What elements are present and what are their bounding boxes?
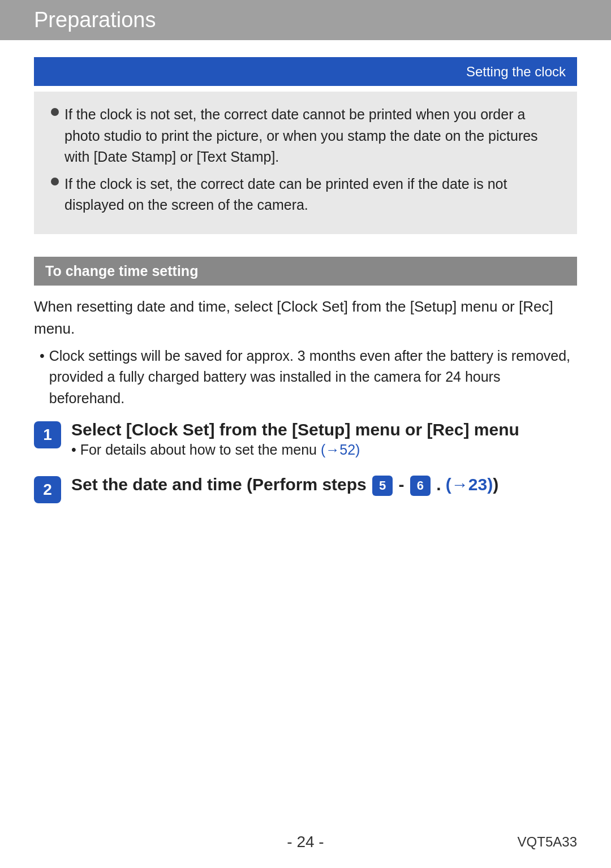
step-2-close-paren: )	[493, 475, 498, 494]
step-2-title: Set the date and time (Perform steps 5 -…	[71, 475, 577, 496]
page-footer: - 24 - VQT5A33	[0, 833, 611, 851]
body-bullet-dot: •	[40, 346, 45, 367]
section-blue-bar-wrapper: Setting the clock	[34, 57, 577, 86]
info-bullet-2-text: If the clock is set, the correct date ca…	[64, 174, 560, 216]
body-bullet: • Clock settings will be saved for appro…	[34, 346, 577, 409]
step-1-block: 1 Select [Clock Set] from the [Setup] me…	[34, 420, 577, 458]
page-header: Preparations	[0, 0, 611, 40]
step-1-title: Select [Clock Set] from the [Setup] menu…	[71, 420, 577, 439]
section-blue-bar: Setting the clock	[34, 57, 577, 86]
section-bar-label: Setting the clock	[466, 64, 566, 79]
step-2-suffix-2: .	[436, 475, 446, 494]
info-bullet-2: If the clock is set, the correct date ca…	[51, 174, 560, 216]
subheading-text: To change time setting	[45, 263, 198, 279]
step-1-sub: • For details about how to set the menu …	[71, 442, 577, 458]
bullet-circle-icon	[51, 108, 59, 116]
info-bullet-1: If the clock is not set, the correct dat…	[51, 104, 560, 168]
info-box: If the clock is not set, the correct dat…	[34, 92, 577, 234]
step-1-number: 1	[34, 421, 61, 448]
step-2-block: 2 Set the date and time (Perform steps 5…	[34, 475, 577, 503]
content-area: Setting the clock If the clock is not se…	[0, 40, 611, 537]
step-2-title-suffix: (Perform steps	[247, 475, 371, 494]
step-1-sub-text: • For details about how to set the menu	[71, 442, 321, 457]
step-2-link[interactable]: (→23)	[446, 475, 493, 494]
step-1-content: Select [Clock Set] from the [Setup] menu…	[71, 420, 577, 458]
body-bullet-text: Clock settings will be saved for approx.…	[49, 346, 577, 409]
step-2-badge-5: 5	[372, 476, 393, 496]
step-2-content: Set the date and time (Perform steps 5 -…	[71, 475, 577, 498]
body-paragraph: When resetting date and time, select [Cl…	[34, 296, 577, 340]
subheading-bar: To change time setting	[34, 257, 577, 286]
step-2-number: 2	[34, 476, 61, 503]
bullet-circle-icon-2	[51, 178, 59, 185]
page-title: Preparations	[34, 8, 156, 32]
step-2-badge-6: 6	[410, 476, 431, 496]
footer-code: VQT5A33	[518, 834, 577, 850]
step-1-link[interactable]: (→52)	[321, 442, 360, 457]
step-2-dash: -	[399, 475, 409, 494]
step-2-title-prefix: Set the date and time	[71, 475, 242, 494]
info-bullet-1-text: If the clock is not set, the correct dat…	[64, 104, 560, 168]
